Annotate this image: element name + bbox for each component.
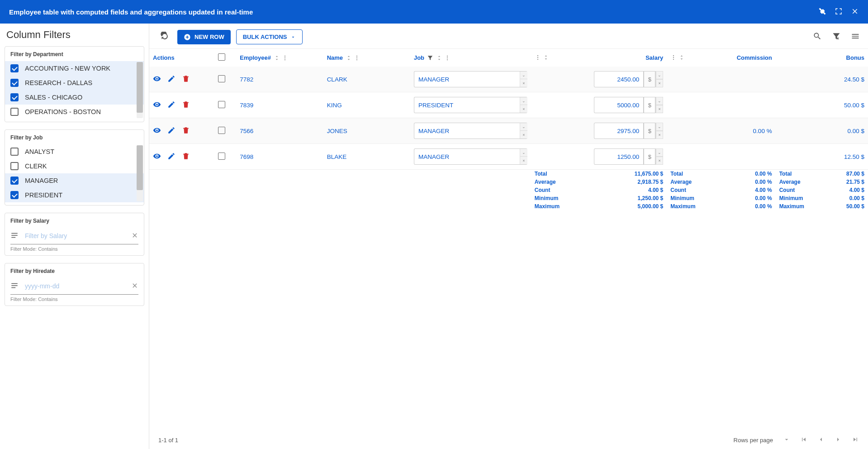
clear-icon[interactable]: × (520, 131, 527, 139)
col-menu-icon[interactable] (354, 55, 360, 61)
clear-icon[interactable]: × (656, 105, 663, 113)
job-input[interactable] (414, 102, 520, 109)
sort-icon[interactable] (678, 54, 685, 61)
view-icon[interactable] (153, 100, 161, 110)
row-checkbox[interactable] (218, 75, 225, 82)
sort-icon[interactable] (543, 54, 549, 61)
employee-id[interactable]: 7782 (240, 76, 253, 83)
job-item-president[interactable]: PRESIDENT (5, 188, 144, 202)
edit-icon[interactable] (167, 152, 175, 162)
salary-input[interactable] (594, 123, 644, 139)
refresh-button[interactable] (157, 29, 172, 45)
col-salary[interactable]: Salary (645, 54, 663, 61)
clear-icon[interactable]: × (656, 131, 663, 139)
first-page-icon[interactable] (800, 436, 807, 444)
job-select[interactable]: ⌄× (414, 123, 527, 139)
employee-name[interactable]: BLAKE (327, 153, 347, 160)
employee-id[interactable]: 7698 (240, 153, 253, 160)
clear-icon[interactable]: × (520, 79, 527, 87)
filter-settings-icon[interactable] (10, 282, 19, 291)
job-item-clerk[interactable]: CLERK (5, 159, 144, 173)
delete-icon[interactable] (182, 100, 190, 110)
delete-icon[interactable] (182, 152, 190, 162)
col-name[interactable]: Name (327, 54, 343, 61)
col-bonus[interactable]: Bonus (846, 54, 864, 61)
hiredate-filter-input[interactable] (25, 280, 131, 292)
employee-name[interactable]: JONES (327, 128, 347, 134)
job-input[interactable] (414, 128, 520, 134)
next-page-icon[interactable] (835, 436, 842, 444)
dropdown-icon[interactable]: ⌄ (520, 97, 527, 105)
edit-icon[interactable] (167, 100, 175, 110)
scrollbar[interactable] (137, 145, 143, 201)
dropdown-icon[interactable]: ⌄ (656, 148, 663, 157)
close-icon[interactable] (851, 7, 859, 17)
scrollbar[interactable] (137, 62, 143, 118)
job-input[interactable] (414, 153, 520, 160)
job-select[interactable]: ⌄× (414, 148, 527, 165)
filter-settings-icon[interactable] (10, 231, 19, 241)
prev-page-icon[interactable] (817, 436, 825, 444)
row-checkbox[interactable] (218, 101, 225, 108)
dropdown-icon[interactable]: ⌄ (656, 123, 663, 131)
dept-item-sales[interactable]: SALES - CHICAGO (5, 90, 144, 105)
filter-active-icon[interactable] (427, 55, 433, 61)
dept-item-accounting[interactable]: ACCOUNTING - NEW YORK (5, 61, 144, 76)
employee-id[interactable]: 7839 (240, 102, 253, 109)
col-employee[interactable]: Employee# (240, 54, 271, 61)
employee-name[interactable]: KING (327, 102, 342, 109)
job-select[interactable]: ⌄× (414, 71, 527, 87)
col-menu-icon[interactable] (282, 55, 288, 61)
delete-icon[interactable] (182, 75, 190, 84)
menu-icon[interactable] (851, 32, 860, 42)
fullscreen-icon[interactable] (835, 7, 843, 17)
col-job[interactable]: Job (414, 54, 424, 61)
filter-off-icon[interactable] (832, 32, 841, 42)
col-menu-icon[interactable] (444, 55, 451, 61)
salary-input[interactable] (594, 97, 644, 113)
last-page-icon[interactable] (852, 436, 859, 444)
dropdown-icon[interactable]: ⌄ (520, 123, 527, 131)
rows-per-page-dropdown[interactable] (783, 436, 790, 444)
clear-icon[interactable]: × (520, 105, 527, 113)
dropdown-icon[interactable]: ⌄ (656, 71, 663, 79)
bulk-actions-button[interactable]: BULK ACTIONS (236, 29, 303, 44)
row-checkbox[interactable] (218, 127, 225, 134)
view-icon[interactable] (153, 152, 161, 162)
job-item-analyst[interactable]: ANALYST (5, 144, 144, 159)
col-menu-icon[interactable] (535, 54, 541, 61)
edit-icon[interactable] (167, 75, 175, 84)
col-commission[interactable]: Commission (737, 54, 772, 61)
sort-icon[interactable] (436, 55, 442, 61)
salary-filter-input[interactable] (25, 229, 131, 242)
dropdown-icon[interactable]: ⌄ (520, 72, 527, 79)
job-input[interactable] (414, 76, 520, 83)
view-icon[interactable] (153, 126, 161, 136)
sort-icon[interactable] (274, 55, 280, 61)
clear-icon[interactable]: × (520, 157, 527, 164)
row-checkbox[interactable] (218, 153, 225, 160)
clear-icon[interactable] (131, 232, 138, 240)
dept-item-research[interactable]: RESEARCH - DALLAS (5, 76, 144, 90)
clear-icon[interactable]: × (656, 79, 663, 87)
sort-icon[interactable] (346, 55, 352, 61)
new-row-button[interactable]: NEW ROW (177, 30, 231, 44)
delete-icon[interactable] (182, 126, 190, 136)
salary-input[interactable] (594, 71, 644, 87)
col-menu-icon[interactable] (670, 54, 677, 61)
clear-icon[interactable]: × (656, 157, 663, 165)
dropdown-icon[interactable]: ⌄ (656, 97, 663, 105)
tools-icon[interactable] (818, 7, 826, 17)
job-item-manager[interactable]: MANAGER (5, 173, 144, 188)
select-all-checkbox[interactable] (218, 53, 225, 61)
salary-input[interactable] (594, 148, 644, 165)
view-icon[interactable] (153, 75, 161, 84)
employee-id[interactable]: 7566 (240, 128, 253, 134)
clear-icon[interactable] (131, 282, 138, 291)
search-icon[interactable] (813, 32, 822, 42)
dept-item-operations[interactable]: OPERATIONS - BOSTON (5, 105, 144, 119)
dropdown-icon[interactable]: ⌄ (520, 149, 527, 157)
edit-icon[interactable] (167, 126, 175, 136)
job-select[interactable]: ⌄× (414, 97, 527, 113)
employee-name[interactable]: CLARK (327, 76, 347, 83)
